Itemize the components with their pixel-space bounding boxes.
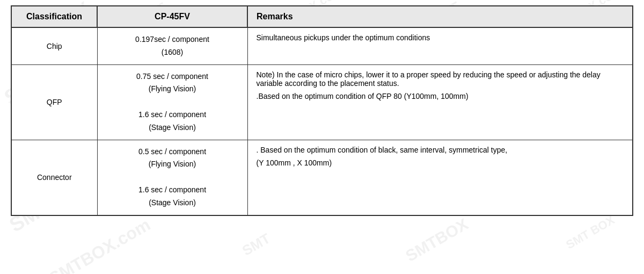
remarks-connector: . Based on the optimum condition of blac… bbox=[247, 140, 633, 215]
chip-label: Chip bbox=[47, 42, 62, 51]
qfp-value-spacer bbox=[105, 96, 240, 109]
qfp-remark-2: .Based on the optimum condition of QFP 8… bbox=[257, 92, 624, 100]
cp-value-chip: 0.197sec / component (1608) bbox=[97, 27, 247, 64]
header-classification: Classification bbox=[11, 6, 97, 27]
qfp-remark-1: Note) In the case of micro chips, lower … bbox=[257, 70, 624, 88]
table-row-connector: Connector 0.5 sec / component (Flying Vi… bbox=[11, 140, 633, 215]
classification-chip: Chip bbox=[11, 27, 97, 64]
chip-value-line-1: 0.197sec / component bbox=[105, 33, 240, 46]
remarks-qfp: Note) In the case of micro chips, lower … bbox=[247, 64, 633, 140]
connector-value-line-5: (Stage Vision) bbox=[105, 197, 240, 210]
qfp-value-line-1: 0.75 sec / component bbox=[105, 70, 240, 83]
qfp-value-line-5: (Stage Vision) bbox=[105, 121, 240, 134]
connector-value-spacer bbox=[105, 171, 240, 184]
cp-value-qfp: 0.75 sec / component (Flying Vision) 1.6… bbox=[97, 64, 247, 140]
table-row-qfp: QFP 0.75 sec / component (Flying Vision)… bbox=[11, 64, 633, 140]
connector-remark-2: (Y 100mm , X 100mm) bbox=[257, 158, 624, 167]
table-header-row: Classification CP-45FV Remarks bbox=[11, 6, 633, 27]
connector-remark-1: . Based on the optimum condition of blac… bbox=[257, 146, 624, 154]
chip-remark-1: Simultaneous pickups under the optimum c… bbox=[257, 33, 624, 42]
specs-table: Classification CP-45FV Remarks Chip 0.19… bbox=[11, 5, 633, 216]
qfp-value-line-2: (Flying Vision) bbox=[105, 83, 240, 96]
classification-qfp: QFP bbox=[11, 64, 97, 140]
header-remarks: Remarks bbox=[247, 6, 633, 27]
chip-value-line-2: (1608) bbox=[105, 46, 240, 59]
table-wrapper: Classification CP-45FV Remarks Chip 0.19… bbox=[0, 0, 644, 274]
connector-value-line-4: 1.6 sec / component bbox=[105, 184, 240, 197]
header-cp-value: CP-45FV bbox=[97, 6, 247, 27]
connector-value-line-2: (Flying Vision) bbox=[105, 158, 240, 171]
qfp-value-line-4: 1.6 sec / component bbox=[105, 109, 240, 121]
connector-value-line-1: 0.5 sec / component bbox=[105, 146, 240, 158]
remarks-chip: Simultaneous pickups under the optimum c… bbox=[247, 27, 633, 64]
chip-value: 0.197sec / component (1608) bbox=[105, 33, 240, 59]
cp-value-connector: 0.5 sec / component (Flying Vision) 1.6 … bbox=[97, 140, 247, 215]
table-row-chip: Chip 0.197sec / component (1608) Simulta… bbox=[11, 27, 633, 64]
classification-connector: Connector bbox=[11, 140, 97, 215]
connector-label: Connector bbox=[37, 173, 72, 182]
connector-value: 0.5 sec / component (Flying Vision) 1.6 … bbox=[105, 146, 240, 210]
qfp-label: QFP bbox=[47, 98, 62, 106]
qfp-value: 0.75 sec / component (Flying Vision) 1.6… bbox=[105, 70, 240, 134]
